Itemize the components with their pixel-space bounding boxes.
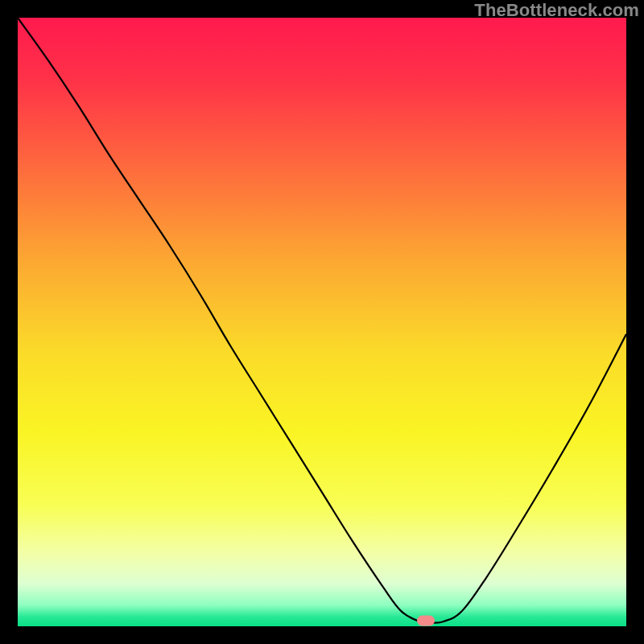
chart-frame: TheBottleneck.com <box>0 0 644 644</box>
background-gradient <box>18 18 626 626</box>
watermark-text: TheBottleneck.com <box>474 0 639 21</box>
svg-rect-0 <box>18 18 626 626</box>
optimum-marker <box>417 616 435 626</box>
plot-area <box>18 18 626 626</box>
